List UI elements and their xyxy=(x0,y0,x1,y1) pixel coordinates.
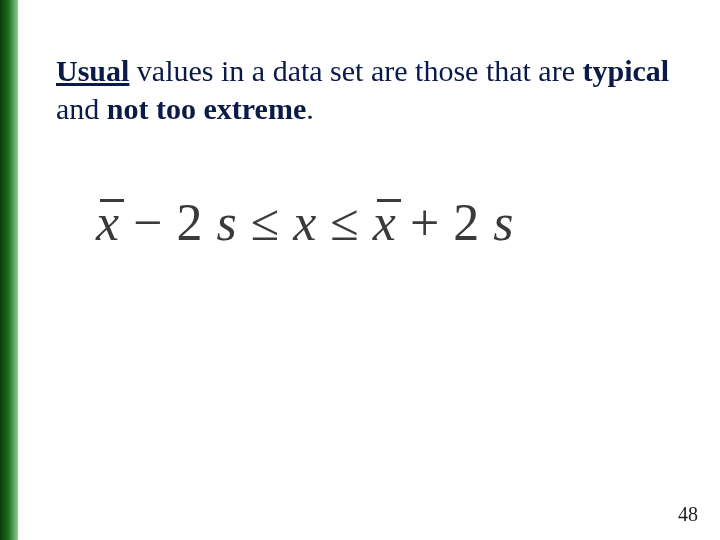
slide-content: Usual values in a data set are those tha… xyxy=(56,52,680,249)
x-bar-right: x xyxy=(373,197,396,249)
minus-op: − xyxy=(133,197,162,249)
x-middle: x xyxy=(293,197,316,249)
x-bar-left: x xyxy=(96,197,119,249)
heading-bold1: typical xyxy=(583,54,670,87)
accent-bar xyxy=(0,0,18,540)
le-op-2: ≤ xyxy=(330,197,359,249)
heading-seg2: and xyxy=(56,92,107,125)
heading-seg1: values in a data set are those that are xyxy=(129,54,582,87)
page-number: 48 xyxy=(678,503,698,526)
plus-op: + xyxy=(410,197,439,249)
coef-right: 2 xyxy=(453,197,479,249)
coef-left: 2 xyxy=(176,197,202,249)
le-op-1: ≤ xyxy=(251,197,280,249)
heading-seg3: . xyxy=(306,92,314,125)
inequality-formula: x − 2 s ≤ x ≤ x + 2 s xyxy=(96,197,680,249)
heading-underlined: Usual xyxy=(56,54,129,87)
heading-bold2: not too extreme xyxy=(107,92,306,125)
s-right: s xyxy=(493,197,513,249)
heading-text: Usual values in a data set are those tha… xyxy=(56,52,680,127)
s-left: s xyxy=(216,197,236,249)
